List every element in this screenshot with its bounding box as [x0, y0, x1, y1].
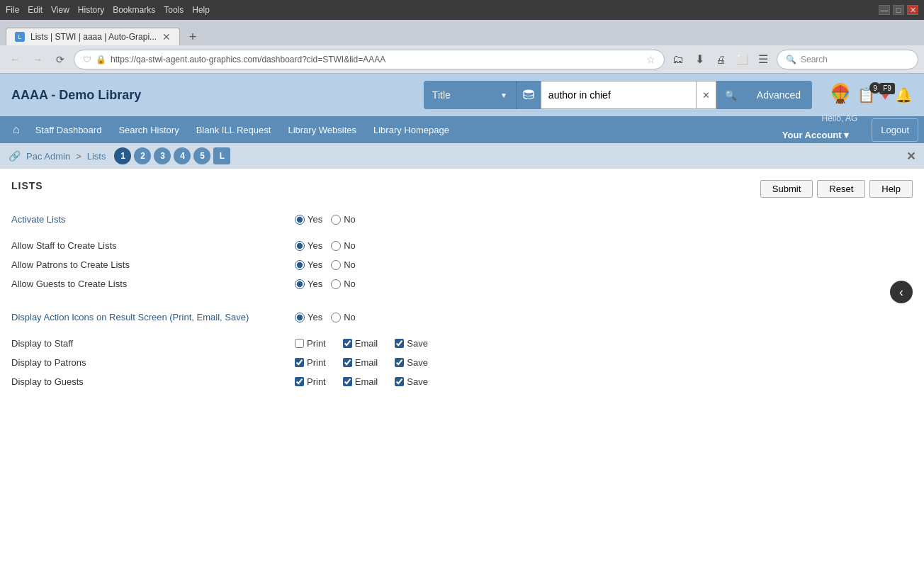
tab-close-button[interactable]: ✕	[162, 31, 171, 43]
activate-lists-yes-radio[interactable]	[295, 215, 305, 225]
breadcrumb-pac-admin[interactable]: Pac Admin	[26, 151, 70, 162]
allow-guests-no-label[interactable]: No	[331, 279, 356, 289]
bookmark-star-icon[interactable]: ☆	[646, 54, 655, 65]
reload-button[interactable]: ⟳	[51, 50, 69, 69]
display-staff-email-checkbox[interactable]	[343, 339, 352, 348]
screenshot-icon[interactable]: ⬜	[733, 50, 751, 69]
favorites-icon-button[interactable]: ♥ F9	[881, 87, 889, 103]
allow-staff-no-radio[interactable]	[331, 241, 341, 251]
list-icon-button[interactable]: 📋 9	[857, 86, 875, 103]
browser-search-box[interactable]: 🔍 Search	[777, 50, 918, 69]
nav-library-homepage[interactable]: Library Homepage	[365, 119, 458, 141]
display-action-icons-row: Display Action Icons on Result Screen (P…	[11, 308, 913, 327]
display-patrons-email-label[interactable]: Email	[343, 357, 378, 368]
back-button[interactable]: ←	[6, 50, 24, 69]
display-guests-save-label[interactable]: Save	[395, 376, 428, 387]
menu-edit[interactable]: Edit	[28, 5, 43, 15]
scroll-back-button[interactable]: ‹	[890, 281, 913, 303]
display-staff-save-label[interactable]: Save	[395, 338, 428, 349]
menu-bookmarks[interactable]: Bookmarks	[113, 5, 155, 15]
display-staff-save-checkbox[interactable]	[395, 339, 404, 348]
download-icon[interactable]: ⬇	[690, 50, 709, 69]
allow-staff-yes-label[interactable]: Yes	[295, 240, 322, 251]
menu-history[interactable]: History	[78, 5, 104, 15]
allow-staff-label: Allow Staff to Create Lists	[11, 240, 295, 251]
activate-lists-yes-label[interactable]: Yes	[295, 214, 322, 225]
page-tab-3[interactable]: 3	[154, 147, 171, 164]
menu-tools[interactable]: Tools	[164, 5, 184, 15]
activate-lists-no-label[interactable]: No	[331, 214, 356, 225]
nav-logout-link[interactable]: Logout	[872, 118, 918, 142]
active-tab[interactable]: L Lists | STWI | aaaa | Auto-Grapi... ✕	[6, 28, 180, 45]
search-type-dropdown[interactable]: Title ▼	[424, 81, 516, 109]
submit-button[interactable]: Submit	[760, 180, 813, 198]
display-action-icons-yes-radio[interactable]	[295, 313, 305, 322]
display-guests-save-checkbox[interactable]	[395, 377, 404, 386]
display-staff-label: Display to Staff	[11, 338, 295, 349]
notifications-icon-button[interactable]: 🔔	[895, 86, 913, 103]
balloon-icon[interactable]	[829, 82, 852, 108]
display-guests-checkboxes: Print Email Save	[295, 376, 428, 387]
search-go-button[interactable]: 🔍	[716, 81, 745, 109]
display-guests-print-label[interactable]: Print	[295, 376, 326, 387]
nav-search-history[interactable]: Search History	[110, 119, 187, 141]
allow-staff-yes-radio[interactable]	[295, 241, 305, 251]
display-guests-email-label[interactable]: Email	[343, 376, 378, 387]
browser-titlebar: File Edit View History Bookmarks Tools H…	[0, 0, 924, 20]
pocket-icon[interactable]: 🗂	[669, 50, 687, 69]
help-button[interactable]: Help	[869, 180, 913, 198]
breadcrumb-bar: 🔗 Pac Admin > Lists 1 2 3 4 5 L ✕	[0, 143, 924, 169]
reset-button[interactable]: Reset	[817, 180, 865, 198]
allow-patrons-yes-radio[interactable]	[295, 260, 305, 270]
forward-button[interactable]: →	[28, 50, 47, 69]
display-patrons-email-checkbox[interactable]	[343, 358, 352, 367]
display-patrons-print-label[interactable]: Print	[295, 357, 326, 368]
page-tab-l[interactable]: L	[213, 147, 230, 164]
allow-guests-yes-radio[interactable]	[295, 279, 305, 289]
allow-patrons-no-label[interactable]: No	[331, 259, 356, 270]
app-logo: AAAA - Demo Library	[11, 88, 141, 103]
page-tab-4[interactable]: 4	[174, 147, 191, 164]
action-buttons: Submit Reset Help	[760, 180, 913, 198]
menu-help[interactable]: Help	[192, 5, 210, 15]
menu-view[interactable]: View	[51, 5, 69, 15]
home-button[interactable]: ⌂	[6, 118, 27, 142]
close-button[interactable]: ✕	[907, 5, 918, 15]
page-tab-2[interactable]: 2	[134, 147, 151, 164]
breadcrumb-close-button[interactable]: ✕	[906, 150, 915, 163]
display-staff-print-label[interactable]: Print	[295, 338, 326, 349]
advanced-search-button[interactable]: Advanced	[745, 81, 812, 109]
allow-guests-no-radio[interactable]	[331, 279, 341, 289]
display-guests-email-checkbox[interactable]	[343, 377, 352, 386]
display-patrons-save-checkbox[interactable]	[395, 358, 404, 367]
display-action-icons-no-label[interactable]: No	[331, 312, 356, 322]
search-clear-button[interactable]: ✕	[697, 81, 716, 109]
allow-guests-label: Allow Guests to Create Lists	[11, 279, 295, 289]
page-tab-1[interactable]: 1	[114, 147, 131, 164]
print-icon[interactable]: 🖨	[711, 50, 730, 69]
minimize-button[interactable]: —	[879, 5, 890, 15]
display-staff-email-label[interactable]: Email	[343, 338, 378, 349]
display-action-icons-no-radio[interactable]	[331, 313, 341, 322]
nav-blank-ill-request[interactable]: Blank ILL Request	[188, 119, 280, 141]
page-tab-5[interactable]: 5	[193, 147, 210, 164]
allow-patrons-no-radio[interactable]	[331, 260, 341, 270]
search-input[interactable]	[541, 81, 697, 109]
allow-guests-yes-label[interactable]: Yes	[295, 279, 322, 289]
display-guests-print-checkbox[interactable]	[295, 377, 304, 386]
display-staff-print-checkbox[interactable]	[295, 339, 304, 348]
display-patrons-save-label[interactable]: Save	[395, 357, 428, 368]
allow-patrons-yes-label[interactable]: Yes	[295, 259, 322, 270]
nav-staff-dashboard[interactable]: Staff Dashboard	[27, 119, 111, 141]
allow-staff-no-label[interactable]: No	[331, 240, 356, 251]
new-tab-button[interactable]: +	[183, 28, 203, 45]
display-patrons-print-checkbox[interactable]	[295, 358, 304, 367]
activate-lists-no-radio[interactable]	[331, 215, 341, 225]
menu-icon[interactable]: ☰	[754, 50, 772, 69]
tab-favicon: L	[15, 32, 25, 42]
nav-library-websites[interactable]: Library Websites	[279, 119, 365, 141]
display-action-icons-yes-label[interactable]: Yes	[295, 312, 322, 322]
menu-file[interactable]: File	[6, 5, 19, 15]
url-bar[interactable]: 🛡 🔒 https://qa-stwi-agent.auto-graphics.…	[74, 50, 665, 69]
maximize-button[interactable]: □	[893, 5, 904, 15]
